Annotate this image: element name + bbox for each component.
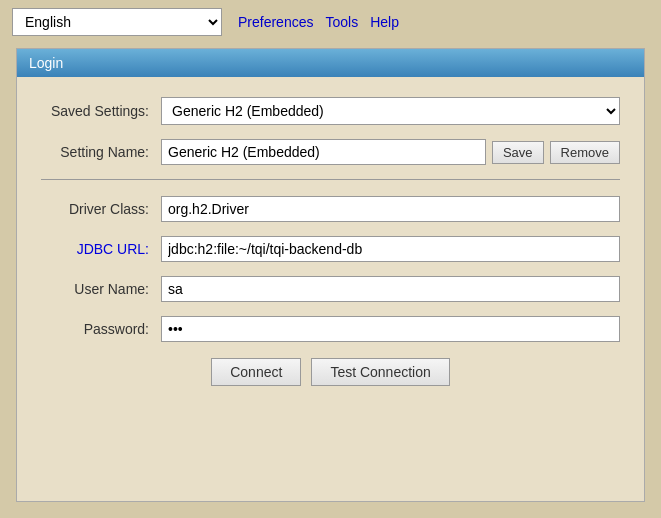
saved-settings-label: Saved Settings: [41, 103, 161, 119]
menu-item-help[interactable]: Help [370, 14, 399, 30]
setting-name-container: Save Remove [161, 139, 620, 165]
jdbc-url-input[interactable] [161, 236, 620, 262]
test-connection-button[interactable]: Test Connection [311, 358, 449, 386]
jdbc-url-label: JDBC URL: [41, 241, 161, 257]
connect-button[interactable]: Connect [211, 358, 301, 386]
menu-bar: English French German Spanish Preference… [0, 0, 661, 44]
user-name-row: User Name: [41, 276, 620, 302]
password-label: Password: [41, 321, 161, 337]
setting-name-input[interactable] [161, 139, 486, 165]
login-body: Saved Settings: Generic H2 (Embedded) Cu… [17, 77, 644, 406]
saved-settings-row: Saved Settings: Generic H2 (Embedded) Cu… [41, 97, 620, 125]
button-row: Connect Test Connection [41, 358, 620, 386]
login-header: Login [17, 49, 644, 77]
save-button[interactable]: Save [492, 141, 544, 164]
driver-class-label: Driver Class: [41, 201, 161, 217]
login-panel: Login Saved Settings: Generic H2 (Embedd… [16, 48, 645, 502]
setting-name-label: Setting Name: [41, 144, 161, 160]
divider [41, 179, 620, 180]
password-row: Password: [41, 316, 620, 342]
setting-name-row: Setting Name: Save Remove [41, 139, 620, 165]
saved-settings-container: Generic H2 (Embedded) Custom... [161, 97, 620, 125]
user-name-input[interactable] [161, 276, 620, 302]
menu-item-preferences[interactable]: Preferences [238, 14, 313, 30]
menu-item-tools[interactable]: Tools [325, 14, 358, 30]
remove-button[interactable]: Remove [550, 141, 620, 164]
menu-items: Preferences Tools Help [238, 14, 399, 30]
language-select[interactable]: English French German Spanish [12, 8, 222, 36]
user-name-label: User Name: [41, 281, 161, 297]
password-input[interactable] [161, 316, 620, 342]
jdbc-url-row: JDBC URL: [41, 236, 620, 262]
driver-class-row: Driver Class: [41, 196, 620, 222]
driver-class-input[interactable] [161, 196, 620, 222]
login-title: Login [29, 55, 63, 71]
saved-settings-select[interactable]: Generic H2 (Embedded) Custom... [161, 97, 620, 125]
